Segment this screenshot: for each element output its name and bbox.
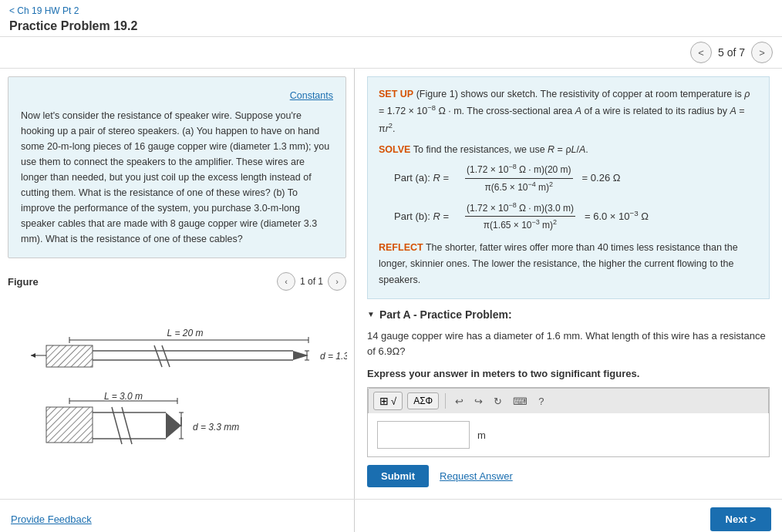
symbols-button[interactable]: ΑΣΦ bbox=[407, 392, 439, 409]
figure-label: Figure bbox=[8, 276, 39, 288]
svg-marker-25 bbox=[166, 412, 181, 439]
figure-svg: L = 20 m bbox=[23, 303, 347, 473]
part-b-result: = 6.0 × 10−3 Ω bbox=[585, 207, 649, 225]
submit-button[interactable]: Submit bbox=[367, 465, 429, 487]
sqrt-icon: √ bbox=[391, 396, 396, 407]
part-b-label: Part (b): R = bbox=[394, 208, 456, 225]
solution-box: SET UP (Figure 1) shows our sketch. The … bbox=[367, 76, 770, 299]
pagination: < 5 of 7 > bbox=[690, 42, 773, 63]
part-a-title: Part A - Practice Problem: bbox=[379, 308, 512, 321]
part-a-equation: Part (a): R = (1.72 × 10−8 Ω · m)(20 m) … bbox=[394, 161, 758, 195]
svg-marker-10 bbox=[293, 351, 308, 360]
footer: Provide Feedback Next > bbox=[0, 499, 782, 532]
part-a-label: Part (a): R = bbox=[394, 170, 456, 187]
constants-link[interactable]: Constants bbox=[21, 88, 333, 103]
next-button[interactable]: Next > bbox=[710, 507, 771, 531]
reflect-section: REFLECT The shorter, fatter wires offer … bbox=[379, 240, 758, 289]
problem-box: Constants Now let's consider the resista… bbox=[8, 76, 346, 258]
answer-area: ⊞ √ ΑΣΦ ↩ ↪ ↻ ⌨ ? bbox=[367, 387, 770, 457]
setup-label: SET UP bbox=[379, 89, 413, 99]
undo-button[interactable]: ↩ bbox=[452, 394, 467, 409]
setup-text: (Figure 1) shows our sketch. The resisti… bbox=[379, 89, 750, 134]
svg-rect-19 bbox=[46, 407, 93, 443]
part-a-result: = 0.26 Ω bbox=[582, 170, 621, 187]
figure-prev-button[interactable]: ‹ bbox=[277, 272, 295, 291]
feedback-link[interactable]: Provide Feedback bbox=[11, 513, 92, 525]
back-link[interactable]: < Ch 19 HW Pt 2 bbox=[9, 5, 79, 16]
redo-button[interactable]: ↪ bbox=[471, 394, 486, 409]
question-text: 14 gauge copper wire has a diameter of 1… bbox=[367, 328, 770, 361]
svg-marker-32 bbox=[31, 353, 35, 358]
svg-text:d = 3.3 mm: d = 3.3 mm bbox=[193, 422, 239, 433]
part-a-section: ▼ Part A - Practice Problem: 14 gauge co… bbox=[367, 308, 770, 488]
reflect-label: REFLECT bbox=[379, 242, 423, 253]
matrix-button[interactable]: ⊞ √ bbox=[373, 392, 403, 410]
answer-input[interactable] bbox=[377, 421, 470, 449]
solve-label: SOLVE bbox=[379, 144, 410, 155]
svg-rect-4 bbox=[46, 345, 93, 367]
toolbar-separator bbox=[445, 393, 446, 409]
svg-line-9 bbox=[162, 345, 170, 367]
page-title: Practice Problem 19.2 bbox=[9, 19, 773, 33]
svg-text:L = 3.0 m: L = 3.0 m bbox=[104, 391, 143, 402]
prev-page-button[interactable]: < bbox=[690, 42, 712, 63]
keyboard-button[interactable]: ⌨ bbox=[510, 394, 531, 409]
help-button[interactable]: ? bbox=[535, 394, 547, 409]
symbols-label: ΑΣΦ bbox=[413, 396, 433, 406]
express-text: Express your answer in meters to two sig… bbox=[367, 368, 770, 379]
svg-line-8 bbox=[154, 345, 162, 367]
part-b-fraction: (1.72 × 10−8 Ω · m)(3.0 m) π(1.65 × 10−3… bbox=[465, 200, 575, 234]
solve-intro: To find the resistances, we use R = ρL/A… bbox=[413, 144, 588, 155]
problem-text: Now let's consider the resistance of spe… bbox=[21, 110, 329, 244]
part-a-header: ▼ Part A - Practice Problem: bbox=[367, 308, 770, 321]
part-a-fraction: (1.72 × 10−8 Ω · m)(20 m) π(6.5 × 10−4 m… bbox=[465, 161, 573, 195]
unit-label: m bbox=[477, 429, 486, 441]
reset-button[interactable]: ↻ bbox=[490, 394, 505, 409]
reflect-text: The shorter, fatter wires offer more tha… bbox=[379, 242, 738, 286]
matrix-icon: ⊞ bbox=[379, 395, 389, 407]
figure-count: 1 of 1 bbox=[300, 276, 323, 287]
figure-nav: ‹ 1 of 1 › bbox=[277, 272, 346, 291]
svg-text:L = 20 m: L = 20 m bbox=[167, 328, 204, 338]
svg-text:d = 1.3 mm: d = 1.3 mm bbox=[320, 351, 347, 362]
request-answer-link[interactable]: Request Answer bbox=[440, 470, 513, 482]
part-b-equation: Part (b): R = (1.72 × 10−8 Ω · m)(3.0 m)… bbox=[394, 200, 758, 234]
next-page-button[interactable]: > bbox=[751, 42, 773, 63]
page-count: 5 of 7 bbox=[718, 46, 745, 59]
answer-toolbar: ⊞ √ ΑΣΦ ↩ ↪ ↻ ⌨ ? bbox=[368, 388, 769, 413]
figure-canvas: L = 20 m bbox=[8, 295, 346, 483]
collapse-icon[interactable]: ▼ bbox=[367, 310, 375, 318]
figure-next-button[interactable]: › bbox=[328, 272, 346, 291]
